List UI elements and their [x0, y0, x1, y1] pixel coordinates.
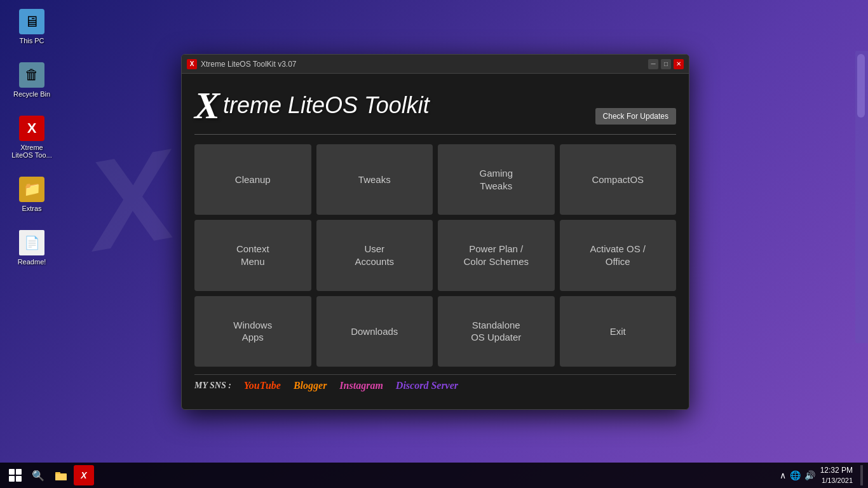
main-window: X Xtreme LiteOS ToolKit v3.07 ─ □ ✕ X tr…: [181, 54, 689, 410]
title-bar: X Xtreme LiteOS ToolKit v3.07 ─ □ ✕: [182, 55, 689, 74]
desktop-watermark: X: [77, 121, 186, 280]
check-updates-button[interactable]: Check For Updates: [595, 108, 676, 125]
power-plan-button[interactable]: Power Plan /Color Schemes: [438, 220, 555, 290]
sns-label: MY SNS :: [194, 381, 231, 391]
cleanup-button[interactable]: Cleanup: [194, 144, 311, 215]
sns-footer: MY SNS : YouTube Blogger Instagram Disco…: [194, 374, 676, 391]
activate-os-button[interactable]: Activate OS /Office: [560, 220, 677, 290]
maximize-button[interactable]: □: [661, 59, 671, 69]
close-button[interactable]: ✕: [674, 59, 684, 69]
taskbar-right-area: ∧ 🌐 🔊 12:32 PM 1/13/2021: [780, 465, 863, 485]
extras-label: Extras: [22, 205, 41, 212]
blogger-link[interactable]: Blogger: [294, 380, 327, 391]
readme-icon: 📄: [19, 230, 44, 255]
extras-icon: 📁: [19, 177, 44, 202]
clock-date: 1/13/2021: [820, 476, 853, 485]
instagram-link[interactable]: Instagram: [339, 380, 383, 391]
svg-rect-2: [55, 474, 67, 480]
taskbar-clock[interactable]: 12:32 PM 1/13/2021: [820, 466, 853, 485]
main-button-grid: Cleanup Tweaks GamingTweaks CompactOS Co…: [194, 144, 676, 367]
taskbar: 🔍 X ∧ 🌐 🔊 12:32 PM 1/13/2021: [0, 463, 868, 488]
minimize-button[interactable]: ─: [648, 59, 658, 69]
show-desktop-button[interactable]: [860, 465, 863, 485]
file-explorer-icon: [55, 469, 67, 482]
clock-time: 12:32 PM: [820, 466, 853, 476]
start-button[interactable]: [5, 465, 25, 485]
chevron-up-icon[interactable]: ∧: [780, 470, 786, 480]
window-title: Xtreme LiteOS ToolKit v3.07: [201, 60, 648, 69]
taskbar-system-icons: ∧ 🌐 🔊: [780, 470, 815, 480]
this-pc-label: This PC: [19, 37, 44, 44]
readme-label: Readme!: [18, 258, 46, 266]
recycle-bin-icon: 🗑: [19, 62, 44, 88]
gaming-tweaks-button[interactable]: GamingTweaks: [438, 144, 555, 215]
window-controls: ─ □ ✕: [648, 59, 684, 69]
tweaks-button[interactable]: Tweaks: [316, 144, 433, 215]
xtreme-label: Xtreme LiteOS Too...: [9, 144, 55, 159]
header-area: X treme LiteOS Toolkit Check For Updates: [194, 86, 676, 125]
taskbar-xtreme-button[interactable]: X: [74, 465, 94, 485]
xtreme-app-icon: X: [19, 116, 44, 141]
network-icon[interactable]: 🌐: [790, 470, 801, 480]
right-panel-inner: [857, 54, 865, 118]
volume-icon[interactable]: 🔊: [804, 470, 815, 480]
context-menu-button[interactable]: ContextMenu: [194, 220, 311, 290]
standalone-updater-button[interactable]: StandaloneOS Updater: [438, 296, 555, 367]
exit-button[interactable]: Exit: [560, 296, 677, 367]
desktop-icon-recycle-bin[interactable]: 🗑 Recycle Bin: [6, 60, 57, 100]
desktop-icon-extras[interactable]: 📁 Extras: [6, 174, 57, 215]
app-icon: X: [187, 59, 197, 69]
logo-area: X treme LiteOS Toolkit: [194, 86, 430, 125]
taskbar-search-button[interactable]: 🔍: [28, 465, 48, 485]
compactos-button[interactable]: CompactOS: [560, 144, 677, 215]
logo-text: treme LiteOS Toolkit: [223, 92, 430, 119]
logo-x-letter: X: [194, 86, 220, 125]
downloads-button[interactable]: Downloads: [316, 296, 433, 367]
this-pc-icon: 🖥: [19, 9, 44, 34]
user-accounts-button[interactable]: UserAccounts: [316, 220, 433, 290]
desktop-icons: 🖥 This PC 🗑 Recycle Bin X Xtreme LiteOS …: [6, 6, 57, 268]
desktop-icon-this-pc[interactable]: 🖥 This PC: [6, 6, 57, 47]
header-divider: [194, 134, 676, 135]
desktop-icon-xtreme[interactable]: X Xtreme LiteOS Too...: [6, 113, 57, 161]
discord-link[interactable]: Discord Server: [396, 380, 458, 391]
windows-start-icon: [9, 469, 22, 482]
youtube-link[interactable]: YouTube: [244, 380, 281, 391]
desktop-icon-readme[interactable]: 📄 Readme!: [6, 227, 57, 268]
file-explorer-button[interactable]: [51, 465, 71, 485]
window-body: X treme LiteOS Toolkit Check For Updates…: [182, 74, 689, 409]
windows-apps-button[interactable]: WindowsApps: [194, 296, 311, 367]
recycle-bin-label: Recycle Bin: [13, 90, 50, 98]
